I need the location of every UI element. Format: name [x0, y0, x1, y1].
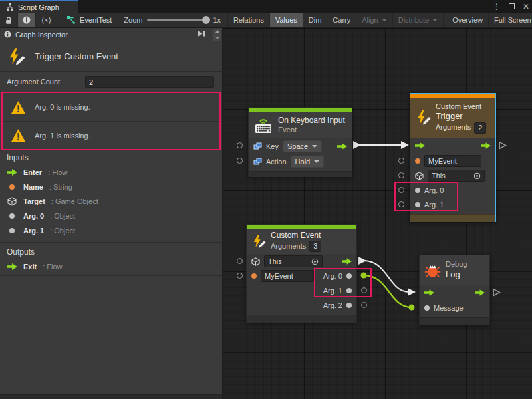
- arguments-count[interactable]: 3: [309, 241, 321, 252]
- arg1-output-port[interactable]: [361, 287, 367, 293]
- code-icon: ⟨×⟩: [41, 16, 51, 25]
- object-port-icon: [9, 228, 15, 233]
- object-picker-icon[interactable]: [473, 172, 481, 180]
- action-label: Action: [266, 158, 287, 166]
- port-type: : Flow: [43, 263, 62, 271]
- node-footer: [249, 171, 352, 177]
- maximize-button[interactable]: [509, 3, 515, 9]
- zoom-slider[interactable]: [147, 19, 208, 21]
- distribute-button[interactable]: Distribute: [393, 13, 444, 27]
- graph-toolbar: ⟨×⟩ EventTest Zoom 1x Relations Values D…: [0, 13, 532, 28]
- carry-button[interactable]: Carry: [327, 13, 356, 27]
- flow-output-port[interactable]: [342, 258, 352, 265]
- divider: [0, 275, 222, 276]
- arg0-label: Arg. 0: [424, 186, 444, 194]
- action-value-port[interactable]: [237, 158, 243, 164]
- node-debug-log[interactable]: Debug Log Message: [419, 255, 490, 325]
- lock-button[interactable]: [0, 13, 18, 27]
- node-title: On Keyboard Input: [278, 116, 345, 126]
- dim-button[interactable]: Dim: [303, 13, 328, 27]
- flow-output-port[interactable]: [481, 142, 491, 149]
- target-field[interactable]: This: [264, 255, 323, 267]
- inspector-toggle-button[interactable]: [18, 13, 36, 27]
- flow-input-port[interactable]: [424, 289, 434, 296]
- gameobject-cube-icon: [7, 197, 17, 206]
- arguments-count[interactable]: 2: [474, 122, 486, 134]
- arg0-label: Arg. 0: [323, 272, 342, 280]
- overview-button[interactable]: Overview: [447, 13, 489, 27]
- panel-bottom-edge: [0, 394, 222, 399]
- align-button[interactable]: Align: [356, 13, 392, 27]
- input-binding-icon: [253, 142, 262, 150]
- flow-output-port[interactable]: [337, 143, 347, 150]
- dock-panel-icon: [198, 30, 206, 37]
- graph-node-icon: [66, 15, 76, 25]
- node-header: On Keyboard Input Event: [249, 112, 352, 138]
- inputs-heading: Inputs: [7, 153, 29, 162]
- node-title: Custom Event: [271, 231, 321, 241]
- connection-start-arrow: [353, 141, 361, 149]
- tab-label: Script Graph: [18, 3, 59, 11]
- node-trigger-custom-event[interactable]: Custom Event Trigger Arguments 2: [410, 93, 496, 222]
- arg2-output-port[interactable]: [361, 302, 367, 308]
- node-on-keyboard-input[interactable]: On Keyboard Input Event Key Space: [248, 107, 352, 176]
- event-name-value-port[interactable]: [398, 158, 404, 164]
- scroll-down-button[interactable]: [213, 35, 221, 41]
- window-menu-button[interactable]: ⋮: [493, 2, 501, 11]
- node-category: Debug: [446, 260, 467, 269]
- node-custom-event[interactable]: Custom Event Arguments 3 This: [246, 224, 357, 323]
- close-button[interactable]: ✕: [523, 2, 529, 11]
- input-port-row: Name : String: [0, 180, 222, 194]
- arg0-row: Arg. 0: [410, 183, 495, 198]
- node-body: MyEvent This Arg. 0 Ar: [410, 138, 495, 214]
- values-button[interactable]: Values: [270, 13, 303, 27]
- graph-canvas[interactable]: On Keyboard Input Event Key Space: [223, 28, 532, 399]
- graph-name: EventTest: [80, 16, 112, 24]
- connection-end-arrow: [408, 288, 416, 296]
- fullscreen-button[interactable]: Full Screen: [489, 13, 532, 27]
- flow-continue-triangle[interactable]: [498, 141, 507, 150]
- dock-panel-button[interactable]: [198, 30, 206, 39]
- relations-button[interactable]: Relations: [228, 13, 270, 27]
- inspector-header: Graph Inspector: [0, 28, 222, 41]
- event-name-field[interactable]: MyEvent: [424, 155, 481, 167]
- chevron-down-icon: [312, 145, 317, 148]
- warning-row: Arg. 0 is missing.: [3, 93, 219, 121]
- scroll-up-button[interactable]: [213, 29, 221, 35]
- custom-event-icon: [251, 234, 266, 249]
- target-value-port[interactable]: [237, 258, 243, 264]
- flow-output-port[interactable]: [475, 289, 485, 296]
- action-row: Action Hold: [249, 154, 352, 169]
- flow-input-port[interactable]: [415, 142, 425, 149]
- port-type: : Object: [50, 227, 75, 235]
- graph-breadcrumb[interactable]: EventTest: [57, 13, 117, 27]
- object-picker-icon[interactable]: [311, 258, 319, 265]
- arg0-value-port[interactable]: [398, 187, 404, 193]
- zoom-slider-handle[interactable]: [202, 16, 210, 24]
- event-name-value-port[interactable]: [237, 273, 243, 279]
- input-port-row: Enter : Flow: [0, 165, 222, 180]
- tab-script-graph[interactable]: Script Graph: [0, 0, 78, 13]
- warning-icon: [11, 128, 26, 142]
- node-body: Message: [420, 285, 489, 317]
- key-value-port[interactable]: [237, 142, 243, 148]
- target-field[interactable]: This: [428, 170, 485, 182]
- arg1-value-port[interactable]: [398, 201, 404, 207]
- input-port-row: Arg. 1 : Object: [0, 223, 222, 238]
- target-value-port[interactable]: [398, 172, 404, 178]
- code-view-button[interactable]: ⟨×⟩: [36, 13, 57, 27]
- flow-arrow-icon: [7, 263, 17, 270]
- argument-count-field[interactable]: 2: [85, 76, 214, 88]
- action-dropdown[interactable]: Hold: [291, 156, 325, 168]
- graph-hierarchy-icon: [6, 3, 14, 11]
- window-controls: ⋮ ✕: [493, 0, 529, 13]
- string-port-icon: [9, 184, 15, 190]
- event-name-field[interactable]: MyEvent: [261, 270, 314, 282]
- value-connection: [364, 275, 412, 307]
- node-footer: [420, 317, 489, 325]
- node-footer: [410, 214, 495, 222]
- key-dropdown[interactable]: Space: [283, 140, 322, 152]
- gameobject-cube-icon: [251, 257, 260, 266]
- flow-continue-triangle[interactable]: [492, 288, 501, 297]
- string-port-icon: [251, 273, 257, 279]
